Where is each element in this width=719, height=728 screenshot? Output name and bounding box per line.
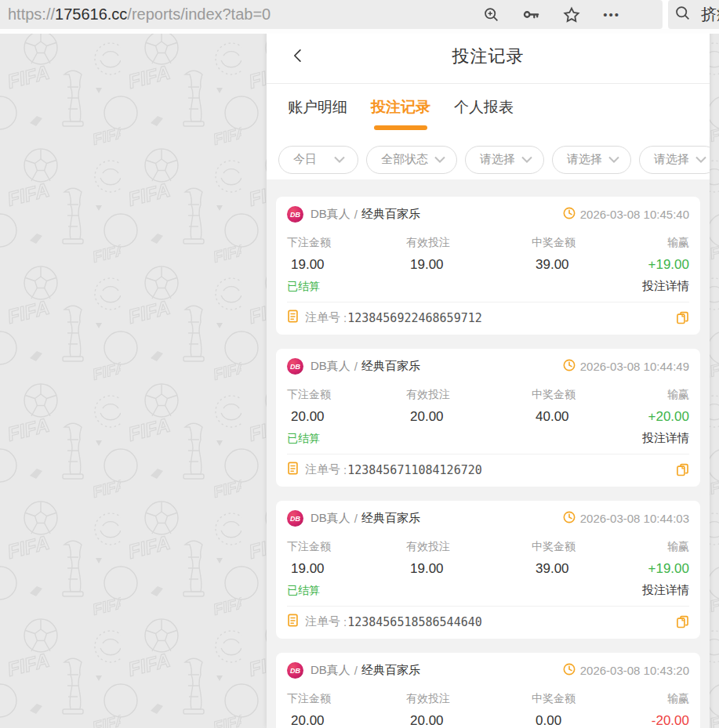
bet-detail-link[interactable]: 投注详情 [642, 583, 689, 598]
bet-time: 2026-03-08 10:44:49 [580, 360, 689, 373]
win-amount-label: 中奖金额 [532, 388, 645, 402]
status-badge: 已结算 [287, 280, 320, 294]
profit-label: 输赢 [648, 692, 689, 706]
win-amount-value: 40.00 [532, 409, 645, 425]
order-colon: : [343, 311, 347, 324]
memo-icon [287, 310, 299, 326]
order-number-label: 注单号 [305, 310, 340, 325]
profit-label: 输赢 [645, 388, 689, 402]
tab-account-detail[interactable]: 账户明细 [286, 89, 349, 135]
zoom-in-icon[interactable] [483, 6, 499, 23]
status-badge: 已结算 [287, 432, 320, 446]
game-name: 经典百家乐 [361, 207, 420, 222]
valid-bet-label: 有效投注 [406, 692, 532, 706]
url-domain: 175616.cc [55, 5, 127, 23]
bet-record-card: DB DB真人 / 经典百家乐 2026-03-08 10:45:40 下注金额… [276, 197, 700, 335]
bet-time: 2026-03-08 10:43:20 [580, 664, 689, 677]
profit-value: -20.00 [648, 713, 689, 728]
clock-icon [563, 511, 576, 527]
amount-columns: 下注金额 有效投注 中奖金额 输赢 19.00 19.00 39.00 +19.… [287, 540, 689, 577]
app-header: 投注记录 [267, 29, 710, 84]
order-number-value: 1238456922468659712 [347, 311, 482, 325]
bet-amount-label: 下注金额 [287, 540, 406, 554]
win-amount-value: 39.00 [532, 561, 645, 577]
bet-record-card: DB DB真人 / 经典百家乐 2026-03-08 10:44:03 下注金额… [276, 501, 700, 639]
bet-amount-label: 下注金额 [287, 388, 406, 402]
provider-logo: DB [287, 206, 303, 223]
order-number-label: 注单号 [305, 462, 340, 477]
copy-icon[interactable] [676, 311, 689, 325]
order-number-value: 1238456711084126720 [347, 463, 482, 477]
memo-icon [287, 462, 299, 478]
bet-record-card: DB DB真人 / 经典百家乐 2026-03-08 10:44:49 下注金额… [276, 349, 700, 487]
valid-bet-value: 20.00 [406, 409, 532, 425]
chrome-bottom-strip [0, 29, 719, 34]
clock-icon [563, 359, 576, 375]
filter-select-3[interactable]: 请选择 [639, 146, 710, 174]
provider-name: DB真人 [310, 359, 350, 374]
amount-columns: 下注金额 有效投注 中奖金额 输赢 20.00 20.00 40.00 +20.… [287, 388, 689, 425]
filter-select-1[interactable]: 请选择 [465, 146, 544, 174]
search-box[interactable]: 挤痘 [668, 0, 719, 29]
chevron-down-icon [695, 156, 706, 163]
bet-detail-link[interactable]: 投注详情 [642, 279, 689, 294]
win-amount-label: 中奖金额 [532, 540, 645, 554]
provider-logo: DB [287, 662, 303, 679]
filter-status[interactable]: 全部状态 [366, 146, 457, 174]
game-name: 经典百家乐 [361, 663, 420, 678]
order-colon: : [343, 615, 347, 628]
card-header: DB DB真人 / 经典百家乐 2026-03-08 10:45:40 [287, 206, 689, 223]
order-row: 注单号 : 1238456922468659712 [287, 302, 689, 326]
search-query-text[interactable]: 挤痘 [701, 4, 719, 25]
provider-game-separator: / [354, 208, 358, 221]
profit-value: +20.00 [645, 409, 689, 425]
provider-logo: DB [287, 510, 303, 527]
page-title: 投注记录 [452, 45, 525, 68]
copy-icon[interactable] [676, 463, 689, 477]
provider-game-separator: / [354, 664, 358, 677]
provider-game-separator: / [354, 512, 358, 525]
valid-bet-label: 有效投注 [406, 236, 532, 250]
bet-detail-link[interactable]: 投注详情 [642, 431, 689, 446]
order-row: 注单号 : 1238456711084126720 [287, 454, 689, 478]
bet-record-card: DB DB真人 / 经典百家乐 2026-03-08 10:43:20 下注金额… [276, 653, 700, 728]
copy-icon[interactable] [676, 615, 689, 629]
bet-time: 2026-03-08 10:44:03 [580, 512, 689, 525]
filter-date[interactable]: 今日 [278, 146, 358, 174]
tab-bet-records[interactable]: 投注记录 [369, 89, 432, 135]
star-icon[interactable] [563, 6, 580, 24]
chevron-down-icon [521, 156, 532, 163]
address-bar[interactable]: https://175616.cc/reports/index?tab=0 ••… [0, 0, 663, 29]
provider-logo: DB [287, 358, 303, 375]
order-row: 注单号 : 1238456518586544640 [287, 606, 689, 630]
url-text[interactable]: https://175616.cc/reports/index?tab=0 [8, 5, 483, 24]
bet-amount-value: 19.00 [287, 561, 406, 577]
profit-value: +19.00 [645, 561, 689, 577]
chevron-down-icon [608, 156, 619, 163]
bet-amount-value: 19.00 [287, 257, 406, 273]
record-list: DB DB真人 / 经典百家乐 2026-03-08 10:45:40 下注金额… [267, 179, 710, 728]
game-name: 经典百家乐 [361, 511, 420, 526]
tab-bar: 账户明细 投注记录 个人报表 [267, 84, 710, 139]
provider-name: DB真人 [310, 207, 350, 222]
amount-columns: 下注金额 有效投注 中奖金额 输赢 20.00 20.00 0.00 -20.0… [287, 692, 689, 728]
valid-bet-value: 19.00 [406, 561, 532, 577]
valid-bet-value: 19.00 [406, 257, 532, 273]
bet-amount-value: 20.00 [287, 713, 406, 728]
key-icon[interactable] [522, 5, 540, 24]
win-amount-label: 中奖金额 [532, 692, 648, 706]
game-name: 经典百家乐 [361, 359, 420, 374]
app-panel: 投注记录 账户明细 投注记录 个人报表 今日 全部状态 请选择 请选择 请选择 [267, 29, 710, 728]
order-colon: : [343, 463, 347, 476]
filter-select-2[interactable]: 请选择 [552, 146, 631, 174]
clock-icon [563, 663, 576, 679]
back-button[interactable] [285, 43, 310, 68]
bet-time: 2026-03-08 10:45:40 [580, 208, 689, 221]
valid-bet-label: 有效投注 [406, 388, 532, 402]
status-badge: 已结算 [287, 584, 320, 598]
card-header: DB DB真人 / 经典百家乐 2026-03-08 10:43:20 [287, 662, 689, 679]
tab-personal-report[interactable]: 个人报表 [452, 89, 515, 135]
chevron-down-icon [334, 156, 345, 163]
more-options-icon[interactable]: ••• [603, 11, 620, 19]
order-number-value: 1238456518586544640 [347, 615, 482, 629]
